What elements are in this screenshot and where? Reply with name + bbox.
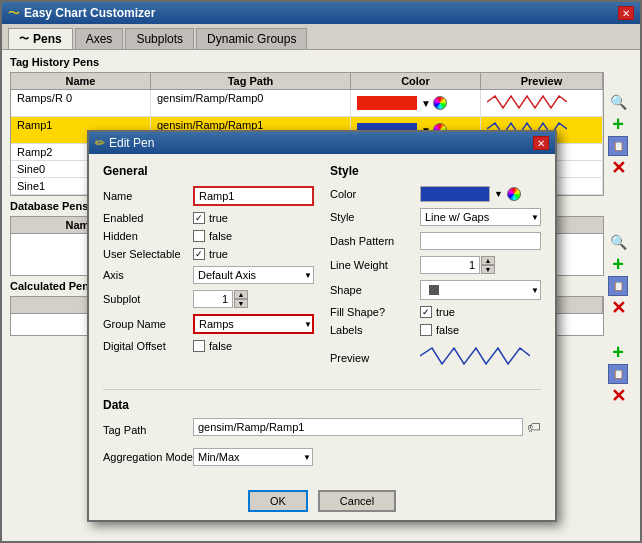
tag-path-input[interactable]: [193, 418, 523, 436]
style-select-wrapper: Line w/ Gaps ▼: [420, 208, 541, 226]
enabled-field-value: true: [193, 212, 314, 224]
enabled-label: Enabled: [103, 212, 193, 224]
labels-field-row: Labels false: [330, 324, 541, 336]
fill-shape-checkbox[interactable]: [420, 306, 432, 318]
shape-swatch: [429, 285, 439, 295]
general-column: General Name Enabled: [103, 164, 314, 379]
general-header: General: [103, 164, 314, 178]
tab-axes[interactable]: Axes: [75, 28, 124, 49]
subplot-spinner-down[interactable]: ▼: [234, 299, 248, 308]
style-field-row: Style Line w/ Gaps ▼: [330, 208, 541, 226]
preview-field-row: Preview: [330, 342, 541, 373]
dialog-body: General Name Enabled: [89, 154, 555, 482]
window-close-button[interactable]: ✕: [618, 6, 634, 20]
shape-field-value: ▼: [420, 280, 541, 300]
pens-tab-icon: 〜: [19, 32, 29, 46]
edit-pen-dialog: ✏ Edit Pen ✕ General Name: [87, 130, 557, 522]
subplot-input[interactable]: [193, 290, 233, 308]
shape-select[interactable]: [420, 280, 541, 300]
name-label: Name: [103, 190, 193, 202]
tab-dynamic-groups[interactable]: Dynamic Groups: [196, 28, 307, 49]
hidden-field-row: Hidden false: [103, 230, 314, 242]
edit-calc-pen-button[interactable]: 📋: [608, 364, 628, 384]
color-picker-icon[interactable]: [507, 187, 521, 201]
name-input[interactable]: [193, 186, 314, 206]
style-preview-wave: [420, 342, 530, 370]
aggregation-select[interactable]: Min/Max: [193, 448, 313, 466]
tag-path-field-row: Tag Path 🏷: [103, 418, 541, 442]
user-selectable-checkbox[interactable]: [193, 248, 205, 260]
color-swatch-red: [357, 96, 417, 110]
line-weight-field-row: Line Weight ▲ ▼: [330, 256, 541, 274]
name-field-row: Name: [103, 186, 314, 206]
title-bar-left: 〜 Easy Chart Customizer: [8, 5, 155, 22]
preview-field-value: [420, 342, 541, 373]
window-title: Easy Chart Customizer: [24, 6, 155, 20]
enabled-checkbox-label: true: [209, 212, 228, 224]
main-window: 〜 Easy Chart Customizer ✕ 〜 Pens Axes Su…: [0, 0, 642, 543]
dash-pattern-label: Dash Pattern: [330, 235, 420, 247]
add-db-pen-button[interactable]: +: [608, 254, 628, 274]
add-tag-history-pen-button[interactable]: +: [608, 114, 628, 134]
edit-tag-history-pen-button[interactable]: 📋: [608, 136, 628, 156]
dialog-footer: OK Cancel: [89, 482, 555, 520]
dialog-columns: General Name Enabled: [103, 164, 541, 379]
fill-shape-field-row: Fill Shape? true: [330, 306, 541, 318]
tab-subplots[interactable]: Subplots: [125, 28, 194, 49]
hidden-checkbox[interactable]: [193, 230, 205, 242]
color-dropdown-arrow[interactable]: ▼: [494, 189, 503, 199]
aggregation-field-value: Min/Max ▼: [193, 448, 541, 466]
labels-label: Labels: [330, 324, 420, 336]
axes-tab-label: Axes: [86, 32, 113, 46]
aggregation-label: Aggregation Mode: [103, 451, 193, 463]
dialog-icon: ✏: [95, 136, 105, 150]
style-select[interactable]: Line w/ Gaps: [420, 208, 541, 226]
labels-checkbox[interactable]: [420, 324, 432, 336]
delete-db-pen-button[interactable]: ✕: [608, 298, 628, 318]
tag-browse-icon[interactable]: 🏷: [527, 419, 541, 435]
color-picker-btn[interactable]: [433, 96, 447, 110]
tag-path-label: Tag Path: [103, 424, 193, 436]
line-weight-spinner-down[interactable]: ▼: [481, 265, 495, 274]
cancel-button[interactable]: Cancel: [318, 490, 396, 512]
line-weight-input[interactable]: [420, 256, 480, 274]
group-name-select[interactable]: Ramps: [193, 314, 314, 334]
style-label: Style: [330, 211, 420, 223]
edit-db-pen-button[interactable]: 📋: [608, 276, 628, 296]
row-color: ▼: [351, 90, 481, 116]
subplot-spinner-buttons: ▲ ▼: [234, 290, 248, 308]
shape-label: Shape: [330, 284, 420, 296]
digital-offset-checkbox-label: false: [209, 340, 232, 352]
line-weight-spinner-up[interactable]: ▲: [481, 256, 495, 265]
color-label: Color: [330, 188, 420, 200]
search-icon[interactable]: 🔍: [608, 92, 628, 112]
subplot-field-value: ▲ ▼: [193, 290, 314, 308]
color-field-row: Color ▼: [330, 186, 541, 202]
ok-button[interactable]: OK: [248, 490, 308, 512]
tab-bar: 〜 Pens Axes Subplots Dynamic Groups: [2, 24, 640, 50]
axis-select[interactable]: Default Axis: [193, 266, 314, 284]
dialog-close-button[interactable]: ✕: [533, 136, 549, 150]
subplot-label: Subplot: [103, 293, 193, 305]
digital-offset-checkbox[interactable]: [193, 340, 205, 352]
tag-path-field-value: 🏷: [193, 418, 541, 436]
row-name: Ramps/R 0: [11, 90, 151, 116]
tab-pens[interactable]: 〜 Pens: [8, 28, 73, 49]
labels-checkbox-label: false: [436, 324, 459, 336]
subplots-tab-label: Subplots: [136, 32, 183, 46]
hidden-label: Hidden: [103, 230, 193, 242]
pens-tab-label: Pens: [33, 32, 62, 46]
delete-calc-pen-button[interactable]: ✕: [608, 386, 628, 406]
subplot-spinner-up[interactable]: ▲: [234, 290, 248, 299]
delete-tag-history-pen-button[interactable]: ✕: [608, 158, 628, 178]
table-row[interactable]: Ramps/R 0 gensim/Ramp/Ramp0 ▼: [11, 90, 603, 117]
user-selectable-field-value: true: [193, 248, 314, 260]
dash-pattern-input[interactable]: [420, 232, 541, 250]
color-field-value: ▼: [420, 186, 541, 202]
enabled-checkbox[interactable]: [193, 212, 205, 224]
fill-shape-field-value: true: [420, 306, 541, 318]
search-db-icon[interactable]: 🔍: [608, 232, 628, 252]
style-column: Style Color ▼ Style: [330, 164, 541, 379]
dialog-title-text: Edit Pen: [109, 136, 154, 150]
add-calc-pen-button[interactable]: +: [608, 342, 628, 362]
